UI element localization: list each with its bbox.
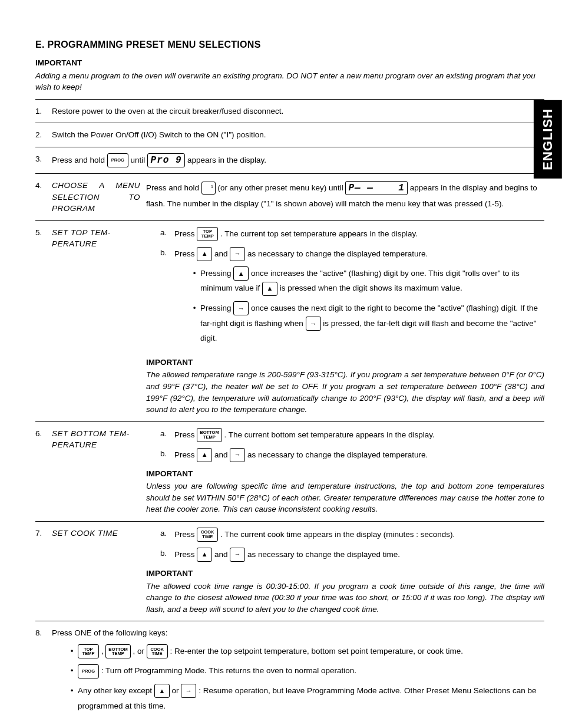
top-temp-key-icon: TOP TEMP	[78, 644, 99, 658]
text: appears in the display.	[187, 156, 266, 164]
right-arrow-key-icon: →	[181, 684, 196, 698]
step-text: Press and hold 1 (or any other preset me…	[146, 180, 544, 212]
step-text: Switch the Power On/Off (I/O) Switch to …	[52, 129, 544, 141]
text: Press and hold	[146, 183, 201, 192]
step-number: 5.	[35, 227, 52, 239]
text: Press	[174, 430, 197, 439]
divider	[35, 173, 544, 174]
step-number: 2.	[35, 129, 52, 141]
step-body: a. Press TOP TEMP . The current top set …	[146, 227, 544, 416]
divider	[35, 421, 544, 422]
divider	[35, 123, 544, 123]
divider	[35, 521, 544, 522]
text: Press	[174, 229, 197, 238]
divider	[35, 220, 544, 221]
step-number: 4.	[35, 180, 52, 192]
important-text: Unless you are following specific time a…	[146, 480, 544, 515]
up-arrow-key-icon: ▲	[197, 548, 212, 562]
text: or	[172, 686, 181, 695]
right-arrow-key-icon: →	[230, 448, 245, 462]
step-label: SET COOK TIME	[52, 528, 146, 539]
divider	[35, 621, 544, 621]
sub-letter: b.	[160, 247, 174, 351]
step-number: 6.	[35, 428, 52, 440]
right-arrow-key-icon: →	[233, 301, 249, 315]
text: Press	[174, 249, 197, 258]
bullet: • Pressing ▲ once increases the "active"…	[189, 266, 544, 296]
option-2: • PROG : Turn off Programming Mode. This…	[66, 663, 544, 678]
step-body: a. Press COOK TIME . The current cook ti…	[146, 528, 544, 615]
step-4: 4. CHOOSE A MENU SELECTION TO PROGRAM Pr…	[35, 176, 544, 218]
step-label: SET BOTTOM TEM-PERATURE	[52, 428, 146, 451]
important-block: IMPORTANT The allowed cook time range is…	[146, 568, 544, 615]
section-heading: E. PROGRAMMING PRESET MENU SELECTIONS	[35, 38, 544, 51]
step-number: 1.	[35, 106, 52, 117]
bullet: • Pressing → once causes the next digit …	[189, 301, 544, 346]
text: . The current cook time appears in the d…	[220, 530, 455, 539]
up-arrow-key-icon: ▲	[262, 282, 277, 296]
divider	[35, 147, 544, 147]
important-text: The allowed cook time range is 00:30-15:…	[146, 581, 544, 615]
step-label: CHOOSE A MENU SELECTION TO PROGRAM	[52, 180, 146, 215]
text: as necessary to change the displayed tim…	[247, 550, 400, 559]
step-8: 8. Press ONE of the following keys: • TO…	[35, 624, 544, 722]
text: : Turn off Programming Mode. This return…	[101, 666, 356, 675]
substep-b: b. Press ▲ and → as necessary to change …	[160, 448, 544, 462]
substep-a: a. Press TOP TEMP . The current top set …	[160, 227, 544, 241]
important-text: The allowed temperature range is 200-599…	[146, 369, 544, 415]
text: and	[214, 550, 230, 559]
important-label: IMPORTANT	[146, 357, 544, 368]
prog-key-icon: PROG	[78, 664, 99, 678]
cook-time-key-icon: COOK TIME	[197, 528, 218, 542]
text: Press	[174, 550, 197, 559]
text: Press	[174, 530, 197, 539]
text: . The current bottom set temperature app…	[224, 430, 434, 439]
text: Pressing	[200, 269, 233, 278]
substep-b: b. Press ▲ and → as necessary to change …	[160, 548, 544, 562]
intro-important-text: Adding a menu program to the oven will o…	[35, 70, 544, 93]
option-3: • Any other key except ▲ or → : Resume o…	[66, 683, 544, 713]
step-body: Press ONE of the following keys: • TOP T…	[52, 627, 544, 718]
step-3: 3. Press and hold PROG until Pro 9 appea…	[35, 150, 544, 171]
display-readout: Pro 9	[147, 153, 185, 167]
option-1: • TOP TEMP , BOTTOM TEMP , or COOK TIME …	[66, 644, 544, 659]
important-label: IMPORTANT	[146, 468, 544, 480]
step-7: 7. SET COOK TIME a. Press COOK TIME . Th…	[35, 524, 544, 618]
right-arrow-key-icon: →	[230, 247, 245, 261]
text: Pressing	[200, 304, 233, 312]
language-tab: ENGLISH	[534, 100, 562, 179]
substep-a: a. Press COOK TIME . The current cook ti…	[160, 528, 544, 542]
up-arrow-key-icon: ▲	[197, 247, 212, 261]
substep-b: b. Press ▲ and → as necessary to change …	[160, 247, 544, 351]
cook-time-key-icon: COOK TIME	[147, 644, 168, 658]
step-text: Press and hold PROG until Pro 9 appears …	[52, 153, 544, 167]
text: (or any other preset menu key) until	[218, 183, 346, 192]
text: Press and hold	[52, 156, 107, 164]
text: ,	[101, 647, 106, 655]
text: and	[214, 450, 230, 459]
step-number: 3.	[35, 153, 52, 165]
step-1: 1. Restore power to the oven at the circ…	[35, 102, 544, 121]
bottom-temp-key-icon: BOTTOM TEMP	[105, 644, 130, 658]
step-body: a. Press BOTTOM TEMP . The current botto…	[146, 428, 544, 515]
up-arrow-key-icon: ▲	[233, 266, 249, 281]
intro-important-label: IMPORTANT	[35, 57, 544, 69]
step-5: 5. SET TOP TEM-PERATURE a. Press TOP TEM…	[35, 223, 544, 419]
text: Press	[174, 450, 197, 459]
sub-letter: a.	[160, 227, 174, 241]
important-block: IMPORTANT The allowed temperature range …	[146, 357, 544, 416]
text: , or	[133, 647, 146, 655]
divider	[35, 99, 544, 100]
preset-key-icon: 1	[201, 182, 216, 195]
text: until	[131, 156, 148, 164]
text: as necessary to change the displayed tem…	[247, 249, 428, 258]
text: and	[214, 249, 230, 258]
display-readout: P— — 1	[345, 181, 407, 195]
right-arrow-key-icon: →	[306, 317, 321, 331]
text: as necessary to change the displayed tem…	[247, 450, 428, 459]
step-2: 2. Switch the Power On/Off (I/O) Switch …	[35, 126, 544, 144]
text: Press ONE of the following keys:	[52, 627, 544, 639]
right-arrow-key-icon: →	[230, 548, 245, 562]
text: : Re-enter the top setpoint temperature,…	[170, 647, 463, 655]
step-text: Restore power to the oven at the circuit…	[52, 106, 544, 117]
